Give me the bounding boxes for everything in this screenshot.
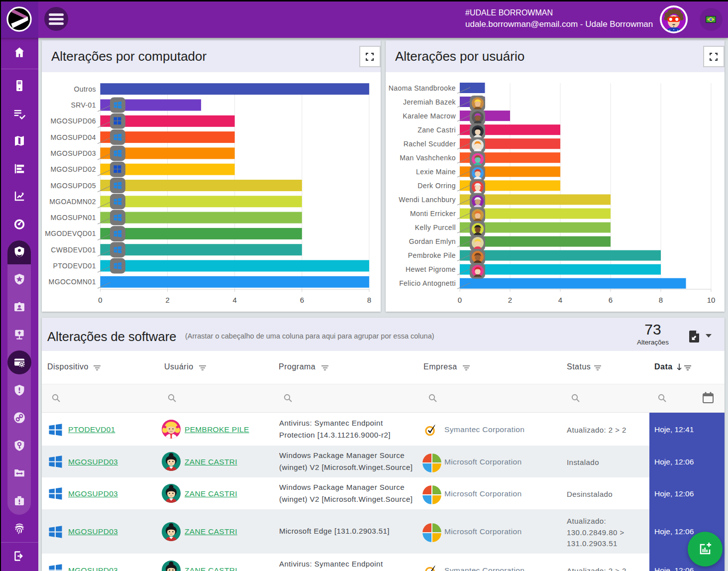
svg-text:Naoma Standbrooke: Naoma Standbrooke bbox=[389, 84, 456, 92]
svg-text:Pembroke Pile: Pembroke Pile bbox=[408, 251, 456, 259]
svg-text:MGODEVQD01: MGODEVQD01 bbox=[45, 229, 96, 237]
svg-text:PTODEVD01: PTODEVD01 bbox=[53, 262, 96, 270]
svg-text:4: 4 bbox=[233, 296, 237, 304]
svg-text:Monti Erricker: Monti Erricker bbox=[410, 210, 456, 218]
svg-text:0: 0 bbox=[98, 296, 102, 304]
svg-text:Wendi Lanchbury: Wendi Lanchbury bbox=[399, 196, 456, 204]
svg-text:6: 6 bbox=[300, 296, 304, 304]
svg-text:SRV-01: SRV-01 bbox=[71, 101, 96, 109]
svg-text:Zane Castri: Zane Castri bbox=[417, 126, 456, 134]
svg-text:Outros: Outros bbox=[74, 85, 96, 93]
svg-text:Hewet Pigrome: Hewet Pigrome bbox=[406, 265, 456, 273]
svg-text:Jeremiah Bazek: Jeremiah Bazek bbox=[403, 98, 456, 106]
svg-text:4: 4 bbox=[558, 296, 562, 304]
svg-text:Rachel Scudder: Rachel Scudder bbox=[404, 140, 456, 148]
svg-text:10: 10 bbox=[707, 296, 716, 304]
svg-text:Felicio Antognetti: Felicio Antognetti bbox=[399, 279, 456, 287]
svg-text:Karalee Macrow: Karalee Macrow bbox=[403, 112, 456, 120]
svg-text:MGOSUPD04: MGOSUPD04 bbox=[50, 133, 96, 141]
svg-text:2: 2 bbox=[165, 296, 169, 304]
svg-text:2: 2 bbox=[508, 296, 512, 304]
svg-text:Lexie Maine: Lexie Maine bbox=[416, 168, 456, 176]
svg-text:Derk Orring: Derk Orring bbox=[417, 182, 456, 190]
svg-text:MGOSUPD06: MGOSUPD06 bbox=[50, 117, 96, 125]
svg-text:0: 0 bbox=[458, 296, 462, 304]
svg-text:MGOCOMN01: MGOCOMN01 bbox=[49, 278, 96, 286]
svg-text:MGOSUPD03: MGOSUPD03 bbox=[50, 149, 96, 157]
svg-text:Gordan Emlyn: Gordan Emlyn bbox=[409, 237, 456, 245]
svg-text:MGOSUPD05: MGOSUPD05 bbox=[50, 182, 96, 190]
svg-text:MGOADMN02: MGOADMN02 bbox=[49, 198, 96, 206]
svg-text:CWBDEVD01: CWBDEVD01 bbox=[51, 246, 96, 254]
svg-text:8: 8 bbox=[659, 296, 663, 304]
svg-text:MGOSUPD02: MGOSUPD02 bbox=[50, 165, 96, 173]
svg-text:MGOSUPN01: MGOSUPN01 bbox=[50, 214, 96, 222]
svg-text:6: 6 bbox=[609, 296, 613, 304]
svg-text:Man Vashchenko: Man Vashchenko bbox=[400, 154, 456, 162]
svg-text:Kelly Purcell: Kelly Purcell bbox=[415, 224, 456, 231]
svg-text:8: 8 bbox=[367, 296, 371, 304]
